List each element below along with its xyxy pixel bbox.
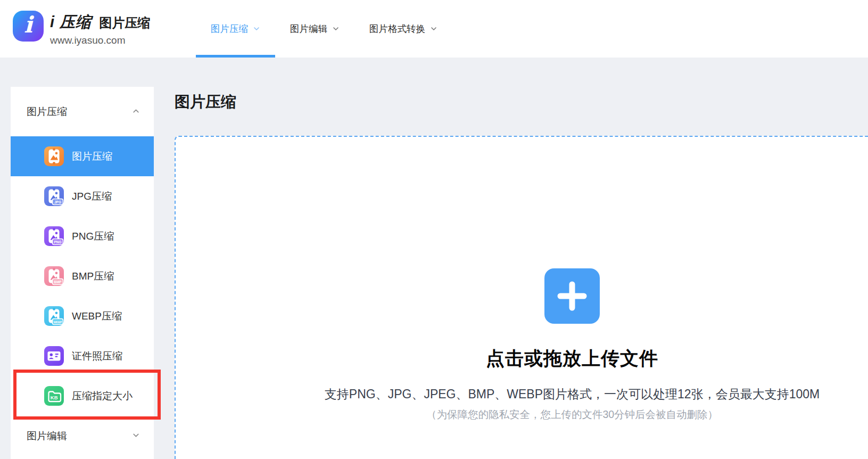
brand-text: i 压缩 图片压缩 www.iyasuo.com: [50, 11, 150, 46]
svg-text:PNG: PNG: [54, 240, 61, 244]
sidebar-section-image-compress[interactable]: 图片压缩: [11, 87, 154, 136]
webp-compress-icon: WEBP: [44, 306, 64, 326]
upload-plus-button[interactable]: [544, 268, 600, 324]
page-title: 图片压缩: [175, 92, 236, 113]
sidebar-item-label: 压缩指定大小: [72, 389, 133, 403]
sidebar-item-jpg-compress[interactable]: JPGJPG压缩: [11, 176, 154, 216]
top-nav: 图片压缩 图片编辑 图片格式转换: [196, 0, 452, 58]
sidebar-section-image-edit[interactable]: 图片编辑: [11, 416, 154, 456]
sidebar-item-compress-to-size[interactable]: KB压缩指定大小: [11, 376, 154, 416]
bmp-compress-icon: BMP: [44, 266, 64, 286]
brand-title: i 压缩: [50, 12, 92, 33]
nav-item-label: 图片压缩: [211, 22, 248, 35]
upload-privacy-note: （为保障您的隐私安全，您上传的文件30分钟后会被自动删除）: [426, 407, 718, 422]
upload-dropzone[interactable]: 点击或拖放上传文件 支持PNG、JPG、JPEG、BMP、WEBP图片格式，一次…: [175, 136, 868, 459]
sidebar-item-png-compress[interactable]: PNGPNG压缩: [11, 216, 154, 256]
sidebar-item-idphoto-compress[interactable]: 证件照压缩: [11, 336, 154, 376]
nav-item-label: 图片编辑: [290, 22, 327, 35]
nav-item-format-convert[interactable]: 图片格式转换: [354, 0, 452, 58]
chevron-down-icon: [430, 25, 437, 32]
chevron-down-icon: [253, 25, 260, 32]
upload-heading: 点击或拖放上传文件: [486, 346, 658, 371]
sidebar-item-label: BMP压缩: [72, 269, 114, 283]
sidebar-items: 图片压缩 JPGJPG压缩 PNGPNG压缩: [11, 136, 154, 416]
sidebar-item-webp-compress[interactable]: WEBPWEBP压缩: [11, 296, 154, 336]
chevron-down-icon: [132, 430, 140, 442]
chevron-down-icon: [332, 25, 340, 32]
sidebar-section-label: 图片编辑: [27, 429, 67, 443]
svg-text:KB: KB: [51, 395, 58, 400]
sidebar-item-label: 证件照压缩: [72, 349, 122, 363]
sidebar-item-label: 图片压缩: [72, 150, 112, 163]
nav-item-image-compress[interactable]: 图片压缩: [196, 0, 275, 58]
nav-item-label: 图片格式转换: [369, 22, 425, 35]
logo-letter: i: [24, 14, 32, 36]
jpg-compress-icon: JPG: [44, 186, 64, 206]
plus-icon: [557, 281, 587, 311]
sidebar-item-image-compress[interactable]: 图片压缩: [11, 136, 154, 176]
png-compress-icon: PNG: [44, 226, 64, 246]
logo-link[interactable]: i i 压缩 图片压缩 www.iyasuo.com: [13, 11, 150, 46]
logo-icon: i: [13, 11, 44, 42]
sidebar-item-label: PNG压缩: [72, 230, 114, 243]
sidebar-item-bmp-compress[interactable]: BMPBMP压缩: [11, 256, 154, 296]
svg-text:JPG: JPG: [54, 200, 61, 204]
nav-item-image-edit[interactable]: 图片编辑: [275, 0, 354, 58]
sidebar-item-label: WEBP压缩: [72, 309, 122, 323]
top-header: i i 压缩 图片压缩 www.iyasuo.com 图片压缩 图片编辑 图片格…: [0, 0, 868, 58]
sidebar: 图片压缩 图片压缩 JPGJPG压缩: [11, 87, 154, 459]
sidebar-section-label: 图片压缩: [27, 105, 67, 119]
idphoto-compress-icon: [44, 346, 64, 366]
brand-product: 图片压缩: [99, 14, 150, 31]
image-compress-icon: [44, 146, 64, 166]
svg-text:BMP: BMP: [54, 280, 62, 284]
svg-text:WEBP: WEBP: [54, 321, 62, 324]
chevron-up-icon: [132, 106, 140, 118]
sidebar-item-label: JPG压缩: [72, 190, 112, 203]
upload-formats-note: 支持PNG、JPG、JPEG、BMP、WEBP图片格式，一次可以处理12张，会员…: [325, 386, 820, 403]
compress-to-size-icon: KB: [44, 386, 64, 406]
brand-url: www.iyasuo.com: [50, 35, 150, 46]
